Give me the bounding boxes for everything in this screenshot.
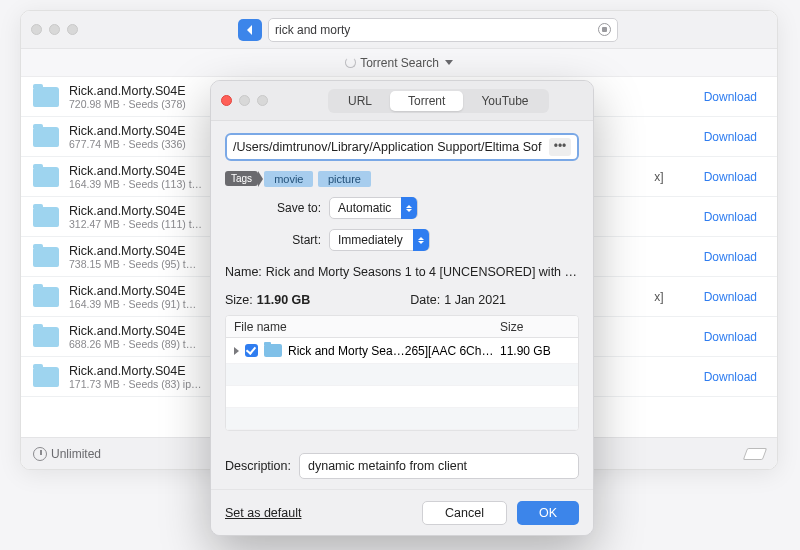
chevron-updown-icon [401,197,417,219]
col-size[interactable]: Size [500,320,570,334]
speed-unlimited[interactable]: Unlimited [33,447,101,461]
folder-icon [33,327,59,347]
download-link[interactable]: Download [704,290,757,304]
result-badge: x] [654,170,663,184]
download-link[interactable]: Download [704,210,757,224]
table-row [226,386,578,408]
chevron-updown-icon [413,229,429,251]
folder-icon [33,167,59,187]
folder-icon [264,344,282,357]
gauge-icon [33,447,47,461]
cancel-button[interactable]: Cancel [422,501,507,525]
search-input[interactable]: rick and morty [268,18,618,42]
folder-icon [33,247,59,267]
source-tabs: URL Torrent YouTube [328,89,549,113]
dialog-window-controls [221,95,268,106]
search-status-bar[interactable]: Torrent Search [21,49,777,77]
download-link[interactable]: Download [704,330,757,344]
back-button[interactable] [238,19,262,41]
file-table: File name Size Rick and Morty Sea…265][A… [225,315,579,431]
file-table-header: File name Size [226,316,578,338]
tab-url[interactable]: URL [330,91,390,111]
close-dialog-icon[interactable] [221,95,232,106]
save-to-label: Save to: [225,201,321,215]
disclosure-triangle-icon[interactable] [234,347,239,355]
table-row [226,364,578,386]
torrent-path-text: /Users/dimtrunov/Library/Application Sup… [233,140,549,154]
ok-button[interactable]: OK [517,501,579,525]
start-row: Start: Immediately [225,229,579,251]
zoom-dialog-icon [257,95,268,106]
minimize-window-icon[interactable] [49,24,60,35]
torrent-name-line: Name: Rick and Morty Seasons 1 to 4 [UNC… [225,265,579,279]
chevron-down-icon [445,60,453,65]
description-label: Description: [225,459,291,473]
download-link[interactable]: Download [704,90,757,104]
start-label: Start: [225,233,321,247]
start-select[interactable]: Immediately [329,229,430,251]
chevron-left-icon [246,25,254,35]
add-torrent-dialog: URL Torrent YouTube /Users/dimtrunov/Lib… [210,80,594,536]
titlebar: rick and morty [21,11,777,49]
download-link[interactable]: Download [704,370,757,384]
tag-chip[interactable]: picture [318,171,371,187]
folder-icon [33,127,59,147]
description-row: Description: dynamic metainfo from clien… [225,453,579,479]
tab-torrent[interactable]: Torrent [390,91,463,111]
window-controls [31,24,78,35]
folder-icon [33,287,59,307]
spinner-icon [345,57,356,68]
col-file-name[interactable]: File name [234,320,500,334]
folder-icon [33,87,59,107]
minimize-dialog-icon [239,95,250,106]
set-default-link[interactable]: Set as default [225,506,301,520]
eraser-icon[interactable] [743,448,767,460]
torrent-size-date-line: Size:11.90 GB Date:1 Jan 2021 [225,293,579,307]
tags-row: Tags movie picture [225,169,579,187]
description-input[interactable]: dynamic metainfo from client [299,453,579,479]
download-link[interactable]: Download [704,250,757,264]
folder-icon [33,367,59,387]
download-link[interactable]: Download [704,170,757,184]
file-checkbox[interactable] [245,344,258,357]
download-link[interactable]: Download [704,130,757,144]
close-window-icon[interactable] [31,24,42,35]
browse-button[interactable]: ••• [549,138,571,156]
stop-icon[interactable] [598,23,611,36]
dialog-footer: Set as default Cancel OK [211,489,593,535]
zoom-window-icon[interactable] [67,24,78,35]
tags-label: Tags [225,171,258,186]
folder-icon [33,207,59,227]
dialog-titlebar: URL Torrent YouTube [211,81,593,121]
search-status-label: Torrent Search [360,56,439,70]
torrent-path-input[interactable]: /Users/dimtrunov/Library/Application Sup… [225,133,579,161]
dialog-body: /Users/dimtrunov/Library/Application Sup… [211,121,593,489]
tab-youtube[interactable]: YouTube [463,91,546,111]
search-text: rick and morty [275,23,598,37]
file-size: 11.90 GB [500,344,570,358]
save-to-row: Save to: Automatic [225,197,579,219]
tag-chip[interactable]: movie [264,171,313,187]
table-row [226,408,578,430]
file-row[interactable]: Rick and Morty Sea…265][AAC 6Ch][V2]11.9… [226,338,578,364]
save-to-select[interactable]: Automatic [329,197,418,219]
result-badge: x] [654,290,663,304]
file-name: Rick and Morty Sea…265][AAC 6Ch][V2] [288,344,494,358]
